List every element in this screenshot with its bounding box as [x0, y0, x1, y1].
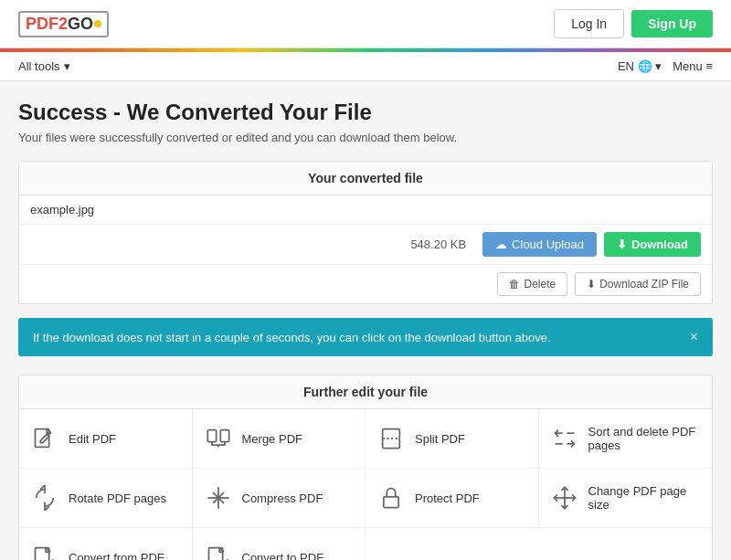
- svg-rect-2: [220, 430, 228, 442]
- converted-file-box: Your converted file example.jpg 548.20 K…: [18, 161, 713, 304]
- language-code: EN: [618, 59, 634, 73]
- header-buttons: Log In Sign Up: [554, 9, 713, 38]
- compress-pdf-icon: [204, 483, 233, 512]
- merge-pdf-icon: [204, 424, 233, 453]
- logo: PDF 2 GO: [18, 11, 109, 37]
- sort-delete-pdf-label: Sort and delete PDF pages: [588, 425, 702, 452]
- change-page-size-icon: [550, 483, 579, 512]
- download-icon: ⬇: [617, 238, 627, 251]
- page-title: Success - We Converted Your File: [18, 100, 713, 125]
- info-banner-close[interactable]: ×: [690, 329, 698, 345]
- filename-row: example.jpg: [19, 195, 712, 225]
- nav-right: EN 🌐 ▾ Menu ≡: [618, 59, 713, 73]
- further-edit-title: Further edit your file: [19, 375, 712, 409]
- file-size-row: 548.20 KB ☁ Cloud Upload ⬇ Download: [19, 225, 712, 265]
- tools-grid: Edit PDF Merge PDF: [19, 409, 712, 560]
- delete-label: Delete: [524, 278, 556, 291]
- rotate-pdf-label: Rotate PDF pages: [69, 491, 166, 505]
- zip-icon: ⬇: [587, 278, 596, 291]
- download-label: Download: [631, 238, 688, 251]
- protect-pdf-icon: [376, 483, 406, 512]
- tool-protect-pdf[interactable]: Protect PDF: [366, 469, 539, 528]
- merge-pdf-label: Merge PDF: [242, 432, 302, 446]
- logo-dot: [94, 20, 101, 27]
- menu-text: Menu: [673, 59, 703, 73]
- menu-label[interactable]: Menu ≡: [673, 59, 713, 73]
- globe-icon: 🌐: [638, 59, 652, 73]
- language-selector[interactable]: EN 🌐 ▾: [618, 59, 662, 73]
- page-subtitle: Your files were successfully converted o…: [18, 131, 713, 144]
- logo-box: PDF 2 GO: [18, 11, 109, 37]
- all-tools-nav[interactable]: All tools ▾: [18, 59, 70, 73]
- login-button[interactable]: Log In: [554, 9, 624, 38]
- protect-pdf-label: Protect PDF: [415, 491, 480, 505]
- tool-convert-from-pdf[interactable]: Convert from PDF: [19, 528, 193, 560]
- further-edit-box: Further edit your file Edit PDF: [18, 375, 713, 560]
- tool-change-page-size[interactable]: Change PDF page size: [539, 469, 713, 528]
- menu-icon: ≡: [705, 59, 713, 73]
- rotate-pdf-icon: [30, 483, 59, 512]
- download-zip-button[interactable]: ⬇ Download ZIP File: [575, 272, 701, 296]
- secondary-actions-row: 🗑 Delete ⬇ Download ZIP File: [19, 265, 712, 303]
- filename: example.jpg: [30, 203, 94, 217]
- download-button[interactable]: ⬇ Download: [604, 232, 701, 257]
- tool-convert-to-pdf[interactable]: Convert to PDF: [193, 528, 366, 560]
- convert-from-pdf-label: Convert from PDF: [69, 551, 164, 561]
- all-tools-label: All tools: [18, 59, 60, 73]
- all-tools-chevron: ▾: [64, 59, 70, 73]
- svg-rect-16: [384, 497, 398, 508]
- header: PDF 2 GO Log In Sign Up: [0, 0, 731, 48]
- compress-pdf-label: Compress PDF: [242, 491, 323, 505]
- cloud-upload-button[interactable]: ☁ Cloud Upload: [482, 232, 597, 257]
- sort-delete-pdf-icon: [550, 424, 579, 453]
- convert-from-pdf-icon: [30, 543, 59, 560]
- language-chevron: ▾: [655, 59, 662, 73]
- convert-to-pdf-label: Convert to PDF: [242, 551, 324, 561]
- logo-pdf-text: PDF: [26, 15, 58, 34]
- download-zip-label: Download ZIP File: [599, 278, 689, 291]
- tool-compress-pdf[interactable]: Compress PDF: [193, 469, 366, 528]
- nav-bar: All tools ▾ EN 🌐 ▾ Menu ≡: [0, 52, 731, 81]
- info-banner: If the download does not start in a coup…: [18, 318, 713, 356]
- tool-merge-pdf[interactable]: Merge PDF: [193, 409, 366, 469]
- converted-file-title: Your converted file: [19, 162, 712, 195]
- logo-go-text: GO: [68, 15, 93, 34]
- file-size: 548.20 KB: [30, 238, 475, 251]
- signup-button[interactable]: Sign Up: [631, 10, 713, 37]
- tool-edit-pdf[interactable]: Edit PDF: [19, 409, 193, 469]
- delete-button[interactable]: 🗑 Delete: [497, 272, 567, 296]
- tool-sort-delete-pdf[interactable]: Sort and delete PDF pages: [539, 409, 713, 469]
- convert-to-pdf-icon: [204, 543, 233, 560]
- info-message: If the download does not start in a coup…: [33, 331, 551, 344]
- split-pdf-icon: [376, 424, 406, 453]
- tool-split-pdf[interactable]: Split PDF: [366, 409, 539, 469]
- tool-rotate-pdf[interactable]: Rotate PDF pages: [19, 469, 193, 528]
- cloud-upload-label: Cloud Upload: [512, 238, 584, 251]
- main-content: Success - We Converted Your File Your fi…: [5, 81, 726, 560]
- split-pdf-label: Split PDF: [415, 432, 465, 446]
- edit-pdf-icon: [30, 424, 59, 453]
- edit-pdf-label: Edit PDF: [69, 432, 116, 446]
- change-page-size-label: Change PDF page size: [588, 484, 702, 512]
- svg-rect-1: [207, 430, 216, 442]
- trash-icon: 🗑: [509, 278, 520, 291]
- cloud-icon: ☁: [495, 238, 507, 251]
- logo-2-text: 2: [58, 15, 68, 34]
